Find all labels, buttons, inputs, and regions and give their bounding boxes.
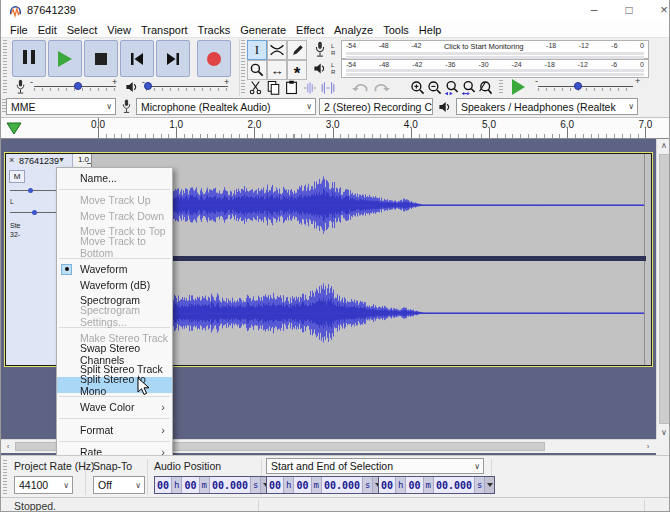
selection-tool-button[interactable]: I (247, 40, 267, 60)
menu-item-waveform-db[interactable]: Waveform (dB) (57, 277, 172, 293)
selection-toolbar-grip[interactable] (3, 460, 7, 494)
time-digits[interactable]: 00.000 (210, 477, 251, 493)
play-at-speed-button[interactable] (507, 78, 529, 96)
track-name[interactable]: 87641239 (19, 156, 59, 166)
zoom-tool-button[interactable] (247, 60, 267, 80)
maximize-button[interactable]: □ (614, 0, 644, 22)
time-unit[interactable]: m (312, 477, 322, 493)
menu-bar-item[interactable]: Tracks (193, 24, 236, 36)
time-shift-tool-button[interactable]: ↔ (267, 60, 287, 80)
menu-bar-item[interactable]: Transport (136, 24, 193, 36)
time-digits[interactable]: 00 (379, 477, 396, 493)
time-unit[interactable]: m (424, 477, 434, 493)
skip-to-end-button[interactable] (156, 40, 190, 77)
trim-audio-button[interactable] (301, 79, 318, 96)
time-unit[interactable]: h (172, 477, 182, 493)
mixer-grip[interactable] (3, 80, 7, 95)
time-digits[interactable]: 00 (267, 477, 284, 493)
menu-bar-item[interactable]: Tools (378, 24, 414, 36)
time-field-dropdown-icon[interactable] (485, 477, 494, 493)
gain-slider-thumb[interactable] (28, 188, 33, 193)
menu-item-swap-stereo-channels[interactable]: Swap Stereo Channels (57, 346, 172, 362)
draw-tool-button[interactable] (287, 40, 307, 60)
time-digits[interactable]: 00.000 (434, 477, 475, 493)
playback-volume-thumb[interactable] (144, 82, 152, 90)
track-menu-dropdown[interactable]: ▼ (58, 156, 65, 163)
time-digits[interactable]: 00 (182, 477, 199, 493)
recording-device-select[interactable]: Microphone (Realtek Audio)∨ (136, 98, 316, 115)
multi-tool-button[interactable]: * (287, 60, 307, 80)
recording-meter[interactable]: -54 -48 -42 Click to Start Monitoring -1… (341, 40, 649, 59)
time-unit[interactable]: s (251, 477, 261, 493)
time-digits[interactable]: 00 (406, 477, 423, 493)
time-unit[interactable]: m (200, 477, 210, 493)
time-unit[interactable]: s (475, 477, 485, 493)
menu-bar-item[interactable]: Edit (33, 24, 62, 36)
play-at-speed-grip[interactable] (499, 80, 503, 95)
fit-project-button[interactable] (460, 79, 477, 96)
stop-button[interactable] (84, 40, 118, 77)
vertical-scrollbar[interactable]: ∧ ∨ (656, 139, 670, 439)
silence-audio-button[interactable] (319, 79, 336, 96)
selection-end-field[interactable]: 00h00m00.000s (378, 476, 495, 494)
undo-button[interactable] (351, 79, 370, 96)
edit-grip[interactable] (241, 80, 245, 95)
fit-selection-button[interactable] (443, 79, 460, 96)
recording-volume-thumb[interactable] (74, 82, 82, 90)
selection-start-field[interactable]: 00h00m00.000s (266, 476, 383, 494)
zoom-in-button[interactable] (409, 79, 426, 96)
playback-device-select[interactable]: Speakers / Headphones (Realtek∨ (456, 98, 638, 115)
playback-meter[interactable]: -54-48-42-36-30-24-18-12-60 (341, 59, 649, 78)
envelope-tool-button[interactable] (267, 40, 287, 60)
menu-item-name[interactable]: Name... (57, 170, 172, 186)
scroll-up-icon[interactable]: ∧ (657, 141, 670, 150)
menu-bar-item[interactable]: View (102, 24, 136, 36)
audio-position-field[interactable]: 00h00m00.000s (154, 476, 271, 494)
menu-item-waveform[interactable]: Waveform (57, 262, 172, 278)
stereo-waveform[interactable] (91, 154, 646, 365)
menu-bar-item[interactable]: Help (414, 24, 447, 36)
zoom-out-button[interactable] (426, 79, 443, 96)
record-button[interactable] (197, 40, 231, 77)
cut-button[interactable] (247, 79, 264, 96)
menu-bar-item[interactable]: Generate (235, 24, 291, 36)
time-unit[interactable]: h (396, 477, 406, 493)
scroll-down-icon[interactable]: ∨ (657, 428, 670, 437)
play-speed-thumb[interactable] (574, 82, 582, 90)
recording-channels-select[interactable]: 2 (Stereo) Recording Cha∨ (319, 98, 433, 115)
monitor-hint-text[interactable]: Click to Start Monitoring (444, 42, 524, 51)
minimize-button[interactable]: – (579, 0, 609, 22)
transport-grip[interactable] (3, 40, 7, 78)
pan-slider-thumb[interactable] (32, 210, 37, 215)
track-close-button[interactable]: × (9, 155, 14, 165)
menu-bar-item[interactable]: Select (62, 24, 103, 36)
tools-grip[interactable] (241, 40, 245, 78)
menu-bar-item[interactable]: Analyze (329, 24, 378, 36)
menu-item-split-stereo-to-mono[interactable]: Split Stereo to Mono (57, 377, 172, 393)
scroll-left-icon[interactable]: ‹ (3, 442, 13, 451)
time-digits[interactable]: 00 (294, 477, 311, 493)
scroll-right-icon[interactable]: › (643, 442, 653, 451)
skip-to-start-button[interactable] (120, 40, 154, 77)
pin-playhead-icon[interactable] (6, 122, 22, 135)
menu-item-format[interactable]: Format› (57, 422, 172, 438)
timeline-ruler[interactable]: 0.01.02.03.04.05.06.07.0 (1, 118, 669, 139)
menu-bar-item[interactable]: File (5, 24, 33, 36)
selection-mode-select[interactable]: Start and End of Selection∨ (266, 458, 484, 474)
time-digits[interactable]: 00.000 (322, 477, 363, 493)
pause-button[interactable] (12, 40, 46, 77)
menu-bar-item[interactable]: Effect (291, 24, 329, 36)
close-button[interactable]: × (649, 0, 670, 22)
play-button[interactable] (48, 40, 82, 77)
time-digits[interactable]: 00 (155, 477, 172, 493)
vertical-scroll-thumb[interactable] (659, 154, 670, 424)
gain-slider[interactable] (10, 190, 60, 191)
snap-to-select[interactable]: Off∨ (93, 476, 145, 494)
menu-item-wave-color[interactable]: Wave Color› (57, 400, 172, 416)
audio-host-select[interactable]: MME∨ (6, 98, 116, 115)
time-unit[interactable]: h (284, 477, 294, 493)
copy-button[interactable] (265, 79, 282, 96)
project-rate-select[interactable]: 44100∨ (14, 476, 73, 494)
playback-volume-slider[interactable] (146, 86, 228, 87)
mute-button[interactable]: M (9, 170, 25, 183)
